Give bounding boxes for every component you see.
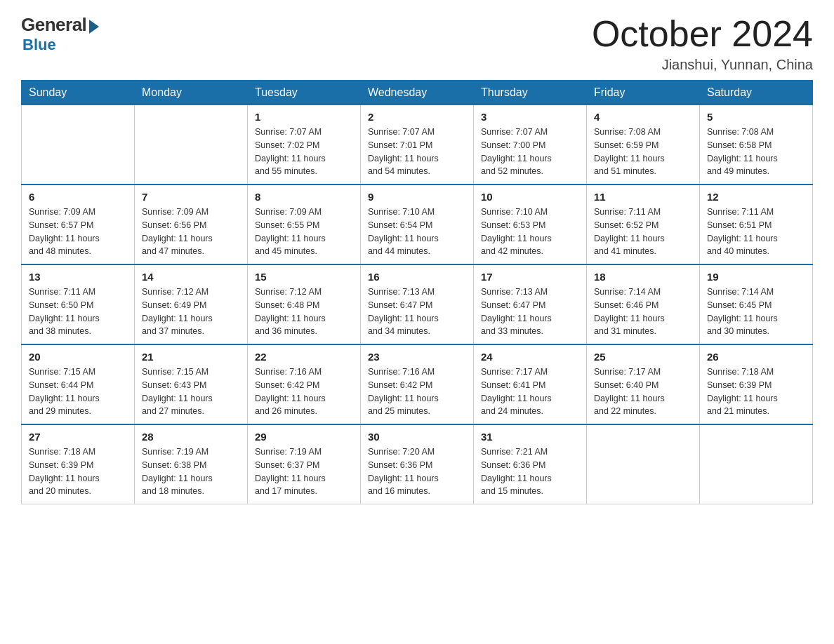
location: Jianshui, Yunnan, China [592,57,813,73]
day-cell: 3Sunrise: 7:07 AM Sunset: 7:00 PM Daylig… [474,105,587,185]
day-cell: 18Sunrise: 7:14 AM Sunset: 6:46 PM Dayli… [587,264,700,344]
calendar-header: SundayMondayTuesdayWednesdayThursdayFrid… [22,81,813,105]
day-number: 13 [29,271,127,283]
day-info: Sunrise: 7:14 AM Sunset: 6:45 PM Dayligh… [707,286,805,338]
day-number: 26 [707,351,805,363]
day-info: Sunrise: 7:12 AM Sunset: 6:49 PM Dayligh… [142,286,240,338]
header-tuesday: Tuesday [248,81,361,105]
calendar-body: 1Sunrise: 7:07 AM Sunset: 7:02 PM Daylig… [22,105,813,504]
day-number: 6 [29,191,127,203]
header-wednesday: Wednesday [361,81,474,105]
day-number: 8 [255,191,353,203]
day-cell: 31Sunrise: 7:21 AM Sunset: 6:36 PM Dayli… [474,424,587,504]
day-number: 25 [594,351,692,363]
day-cell: 15Sunrise: 7:12 AM Sunset: 6:48 PM Dayli… [248,264,361,344]
day-info: Sunrise: 7:13 AM Sunset: 6:47 PM Dayligh… [368,286,466,338]
day-number: 19 [707,271,805,283]
day-cell: 14Sunrise: 7:12 AM Sunset: 6:49 PM Dayli… [135,264,248,344]
day-number: 23 [368,351,466,363]
header-friday: Friday [587,81,700,105]
day-number: 9 [368,191,466,203]
day-number: 7 [142,191,240,203]
day-cell: 17Sunrise: 7:13 AM Sunset: 6:47 PM Dayli… [474,264,587,344]
day-info: Sunrise: 7:08 AM Sunset: 6:59 PM Dayligh… [594,126,692,178]
week-row-1: 1Sunrise: 7:07 AM Sunset: 7:02 PM Daylig… [22,105,813,185]
day-info: Sunrise: 7:11 AM Sunset: 6:52 PM Dayligh… [594,206,692,258]
day-cell [22,105,135,185]
day-number: 3 [481,111,579,123]
day-cell [135,105,248,185]
day-info: Sunrise: 7:16 AM Sunset: 6:42 PM Dayligh… [368,365,466,418]
header-row: SundayMondayTuesdayWednesdayThursdayFrid… [22,81,813,105]
day-number: 4 [594,111,692,123]
day-info: Sunrise: 7:10 AM Sunset: 6:53 PM Dayligh… [481,206,579,258]
day-cell: 10Sunrise: 7:10 AM Sunset: 6:53 PM Dayli… [474,185,587,264]
week-row-3: 13Sunrise: 7:11 AM Sunset: 6:50 PM Dayli… [22,264,813,344]
day-cell: 1Sunrise: 7:07 AM Sunset: 7:02 PM Daylig… [248,105,361,185]
day-info: Sunrise: 7:08 AM Sunset: 6:58 PM Dayligh… [707,126,805,178]
day-cell: 6Sunrise: 7:09 AM Sunset: 6:57 PM Daylig… [22,185,135,264]
day-number: 10 [481,191,579,203]
day-info: Sunrise: 7:07 AM Sunset: 7:00 PM Dayligh… [481,126,579,178]
day-info: Sunrise: 7:15 AM Sunset: 6:43 PM Dayligh… [142,365,240,418]
day-cell: 24Sunrise: 7:17 AM Sunset: 6:41 PM Dayli… [474,344,587,424]
day-number: 21 [142,351,240,363]
week-row-5: 27Sunrise: 7:18 AM Sunset: 6:39 PM Dayli… [22,424,813,504]
day-number: 17 [481,271,579,283]
logo: General Blue [21,14,99,54]
day-info: Sunrise: 7:07 AM Sunset: 7:01 PM Dayligh… [368,126,466,178]
day-cell: 12Sunrise: 7:11 AM Sunset: 6:51 PM Dayli… [700,185,813,264]
day-number: 14 [142,271,240,283]
day-cell: 5Sunrise: 7:08 AM Sunset: 6:58 PM Daylig… [700,105,813,185]
day-cell: 2Sunrise: 7:07 AM Sunset: 7:01 PM Daylig… [361,105,474,185]
day-number: 15 [255,271,353,283]
day-cell [700,424,813,504]
day-info: Sunrise: 7:19 AM Sunset: 6:38 PM Dayligh… [142,445,240,498]
day-cell: 7Sunrise: 7:09 AM Sunset: 6:56 PM Daylig… [135,185,248,264]
day-number: 18 [594,271,692,283]
day-number: 2 [368,111,466,123]
day-number: 20 [29,351,127,363]
header-sunday: Sunday [22,81,135,105]
week-row-2: 6Sunrise: 7:09 AM Sunset: 6:57 PM Daylig… [22,185,813,264]
day-info: Sunrise: 7:16 AM Sunset: 6:42 PM Dayligh… [255,365,353,418]
day-cell: 11Sunrise: 7:11 AM Sunset: 6:52 PM Dayli… [587,185,700,264]
day-cell: 13Sunrise: 7:11 AM Sunset: 6:50 PM Dayli… [22,264,135,344]
logo-blue-text: Blue [22,36,56,54]
day-cell: 8Sunrise: 7:09 AM Sunset: 6:55 PM Daylig… [248,185,361,264]
day-number: 1 [255,111,353,123]
day-number: 31 [481,431,579,443]
page-header: General Blue October 2024 Jianshui, Yunn… [21,14,813,73]
day-number: 12 [707,191,805,203]
day-number: 24 [481,351,579,363]
day-cell: 4Sunrise: 7:08 AM Sunset: 6:59 PM Daylig… [587,105,700,185]
logo-arrow-icon [89,20,99,34]
day-number: 30 [368,431,466,443]
day-info: Sunrise: 7:11 AM Sunset: 6:51 PM Dayligh… [707,206,805,258]
day-number: 22 [255,351,353,363]
day-number: 16 [368,271,466,283]
day-cell: 29Sunrise: 7:19 AM Sunset: 6:37 PM Dayli… [248,424,361,504]
day-cell: 16Sunrise: 7:13 AM Sunset: 6:47 PM Dayli… [361,264,474,344]
day-cell: 26Sunrise: 7:18 AM Sunset: 6:39 PM Dayli… [700,344,813,424]
month-title: October 2024 [592,14,813,54]
day-info: Sunrise: 7:17 AM Sunset: 6:40 PM Dayligh… [594,365,692,418]
day-cell: 23Sunrise: 7:16 AM Sunset: 6:42 PM Dayli… [361,344,474,424]
header-thursday: Thursday [474,81,587,105]
day-cell: 9Sunrise: 7:10 AM Sunset: 6:54 PM Daylig… [361,185,474,264]
day-info: Sunrise: 7:20 AM Sunset: 6:36 PM Dayligh… [368,445,466,498]
day-info: Sunrise: 7:11 AM Sunset: 6:50 PM Dayligh… [29,286,127,338]
day-info: Sunrise: 7:09 AM Sunset: 6:55 PM Dayligh… [255,206,353,258]
day-cell: 19Sunrise: 7:14 AM Sunset: 6:45 PM Dayli… [700,264,813,344]
day-cell: 22Sunrise: 7:16 AM Sunset: 6:42 PM Dayli… [248,344,361,424]
day-cell [587,424,700,504]
day-info: Sunrise: 7:15 AM Sunset: 6:44 PM Dayligh… [29,365,127,418]
day-cell: 25Sunrise: 7:17 AM Sunset: 6:40 PM Dayli… [587,344,700,424]
day-info: Sunrise: 7:19 AM Sunset: 6:37 PM Dayligh… [255,445,353,498]
logo-general-text: General [21,14,86,36]
day-info: Sunrise: 7:07 AM Sunset: 7:02 PM Dayligh… [255,126,353,178]
day-info: Sunrise: 7:14 AM Sunset: 6:46 PM Dayligh… [594,286,692,338]
week-row-4: 20Sunrise: 7:15 AM Sunset: 6:44 PM Dayli… [22,344,813,424]
day-info: Sunrise: 7:21 AM Sunset: 6:36 PM Dayligh… [481,445,579,498]
day-number: 28 [142,431,240,443]
